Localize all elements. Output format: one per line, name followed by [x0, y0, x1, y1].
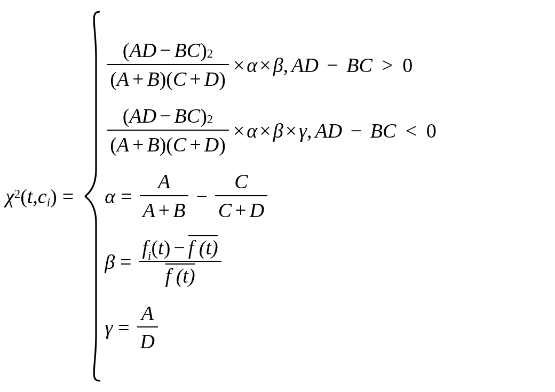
alpha-f1-num: A	[158, 170, 170, 194]
c2-cond-zero: 0	[426, 119, 437, 142]
alpha-f1-b: B	[173, 198, 185, 223]
gamma-definition: γ = A D	[105, 301, 437, 354]
c1-num-close: )	[200, 38, 207, 63]
c2-den-b: B	[147, 133, 159, 157]
c1-cond-ad: AD	[291, 54, 319, 76]
beta-num-f: f	[142, 236, 148, 260]
c2-num-close: )	[200, 104, 207, 129]
c1-num-open: (	[123, 38, 130, 63]
chi: χ	[5, 186, 14, 206]
beta-num-fbar: f (t)	[188, 236, 218, 260]
gamma-frac-bar	[137, 326, 158, 327]
c2-comma: ,	[307, 121, 312, 141]
c2-den-a: A	[117, 133, 129, 157]
lhs-equals: =	[62, 186, 74, 206]
c1-den-c1: )	[160, 67, 166, 92]
c2-times3: ×	[286, 121, 297, 141]
lhs: χ 2 ( t , c i ) =	[5, 186, 79, 206]
c1-cond-bc: BC	[346, 54, 372, 76]
alpha-f2-c: C	[218, 198, 232, 223]
gamma-num: A	[141, 301, 154, 326]
c2-frac-bar	[107, 130, 229, 131]
c1-alpha: α	[247, 55, 257, 75]
lhs-c-sub: i	[47, 197, 50, 209]
beta-den-fbar: f (t)	[165, 264, 195, 289]
beta-num-minus: −	[173, 236, 185, 260]
c1-den-p2: +	[189, 67, 201, 92]
c2-den-d: D	[204, 133, 219, 157]
alpha-f1-plus: +	[158, 198, 170, 223]
lhs-t: t	[27, 186, 33, 206]
c1-den-b: B	[147, 67, 159, 92]
c1-frac-bar	[107, 64, 229, 65]
c2-den-c2: )	[219, 133, 226, 157]
alpha-sym: α	[105, 186, 115, 206]
c2-num-ad: AD	[130, 104, 157, 129]
c1-times2: ×	[259, 55, 271, 75]
c2-times1: ×	[233, 121, 244, 141]
alpha-f1-a: A	[143, 198, 155, 223]
c1-times1: ×	[233, 55, 244, 75]
left-brace-icon	[83, 10, 101, 383]
case-1: ( AD − BC ) 2 ( A + B ) ( C + D	[105, 38, 437, 91]
lhs-comma: ,	[33, 186, 38, 206]
c1-den-a: A	[117, 67, 129, 92]
c1-den-o1: (	[110, 67, 117, 92]
c2-den-c1: )	[160, 133, 166, 157]
case1-fraction: ( AD − BC ) 2 ( A + B ) ( C + D	[107, 38, 229, 91]
alpha-f2-plus: +	[235, 198, 246, 223]
c2-cond-minus: −	[351, 119, 362, 142]
alpha-f2-d: D	[250, 198, 264, 223]
c2-num-bc: BC	[175, 104, 201, 129]
beta-num-t: t	[158, 236, 164, 260]
c1-cond-op: >	[382, 54, 393, 76]
case-2: ( AD − BC ) 2 ( A + B ) ( C + D	[105, 104, 437, 157]
c2-beta: β	[273, 121, 283, 141]
c2-den-o1: (	[110, 133, 117, 157]
c1-comma: ,	[283, 55, 289, 75]
beta-sym: β	[105, 252, 115, 272]
lhs-c: c	[38, 186, 47, 206]
c1-den-o2: (	[166, 67, 173, 92]
c2-alpha: α	[247, 121, 257, 141]
cases: ( AD − BC ) 2 ( A + B ) ( C + D	[105, 38, 437, 354]
c2-den-o2: (	[166, 133, 173, 157]
c2-den-p1: +	[132, 133, 144, 157]
c1-den-p1: +	[132, 67, 144, 92]
c1-cond-minus: −	[327, 54, 338, 76]
c1-den-c: C	[173, 67, 186, 92]
beta-eq: =	[120, 252, 131, 272]
c1-num-minus: −	[160, 38, 171, 63]
beta-num-close: )	[164, 236, 171, 260]
c2-num-pow: 2	[207, 112, 213, 126]
c1-beta: β	[273, 55, 283, 75]
c2-cond-ad: AD	[315, 119, 343, 142]
c1-num-ad: AD	[130, 38, 157, 63]
alpha-definition: α = A A + B − C C + D	[105, 170, 437, 222]
c1-cond-zero: 0	[402, 54, 413, 76]
beta-definition: β = f i ( t ) − f (t) f (t)	[105, 236, 437, 289]
gamma-eq: =	[118, 317, 129, 338]
equation-root: χ 2 ( t , c i ) = ( AD − BC ) 2	[0, 0, 555, 383]
alpha-f1-bar	[140, 195, 189, 196]
c2-cond-bc: BC	[370, 119, 397, 142]
c1-num-bc: BC	[175, 38, 201, 63]
c2-times2: ×	[259, 121, 271, 141]
gamma-frac: A D	[137, 301, 158, 354]
c2-den-cc: C	[173, 133, 186, 157]
lhs-open: (	[20, 186, 27, 206]
alpha-f2-bar	[215, 195, 267, 196]
c2-condition: AD − BC < 0	[315, 121, 437, 141]
alpha-frac1: A A + B	[140, 170, 189, 222]
beta-num-open: (	[151, 236, 158, 260]
alpha-eq: =	[121, 186, 132, 206]
alpha-f2-num: C	[234, 170, 248, 194]
beta-num-fsub: i	[148, 249, 151, 263]
c2-den-p2: +	[189, 133, 201, 157]
gamma-den: D	[140, 330, 155, 354]
beta-frac: f i ( t ) − f (t) f (t)	[139, 236, 221, 289]
c1-den-c2: )	[219, 67, 226, 92]
c1-condition: AD − BC > 0	[291, 55, 413, 75]
c2-cond-op: <	[406, 119, 417, 142]
case2-fraction: ( AD − BC ) 2 ( A + B ) ( C + D	[107, 104, 229, 157]
